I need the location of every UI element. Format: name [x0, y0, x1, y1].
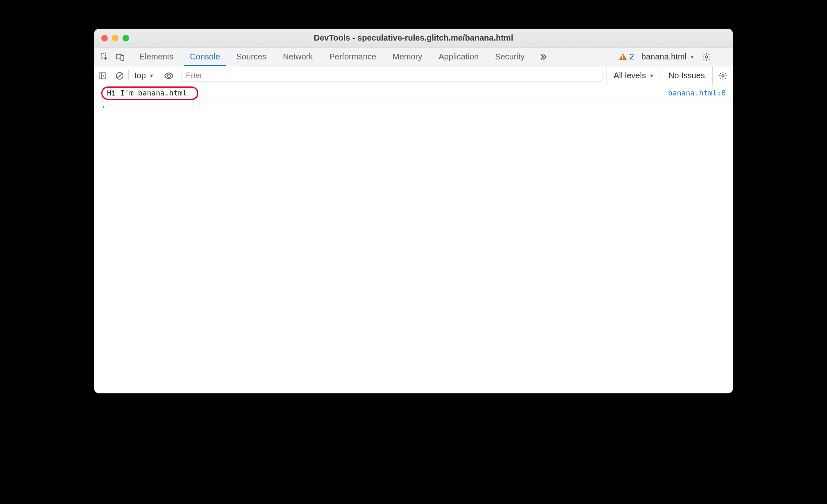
devtools-window: DevTools - speculative-rules.glitch.me/b… [94, 29, 733, 393]
context-selector[interactable]: top ▼ [129, 71, 160, 80]
console-toolbar: top ▼ All levels ▼ No Issues [94, 66, 733, 85]
tabstrip-right: 2 banana.html ▼ [613, 48, 733, 66]
target-label: banana.html [641, 52, 686, 61]
tab-sources[interactable]: Sources [228, 48, 275, 66]
filter-input[interactable] [182, 70, 603, 82]
chevron-down-icon: ▼ [690, 54, 695, 60]
panel-tabstrip: Elements Console Sources Network Perform… [94, 48, 733, 66]
minimize-window-button[interactable] [112, 35, 118, 41]
svg-point-6 [722, 57, 722, 58]
context-label: top [134, 71, 146, 80]
svg-rect-2 [121, 55, 124, 60]
close-window-button[interactable] [101, 35, 108, 41]
tab-application[interactable]: Application [430, 48, 487, 66]
tab-network[interactable]: Network [275, 48, 321, 66]
log-levels-selector[interactable]: All levels ▼ [607, 66, 661, 85]
log-source-link[interactable]: banana.html:8 [668, 89, 726, 97]
issues-label: No Issues [668, 71, 705, 80]
svg-point-4 [722, 56, 722, 56]
more-options-icon[interactable] [718, 52, 727, 61]
console-settings-icon[interactable] [712, 66, 733, 85]
inspect-controls [94, 48, 131, 66]
issues-button[interactable]: No Issues [661, 66, 712, 85]
svg-rect-7 [99, 73, 106, 79]
tab-memory[interactable]: Memory [384, 48, 430, 66]
levels-label: All levels [613, 71, 646, 80]
panel-tabs: Elements Console Sources Network Perform… [131, 48, 533, 66]
warnings-count: 2 [629, 52, 634, 61]
console-body: Hi I'm banana.html Hi I'm banana.html ba… [94, 85, 733, 393]
svg-point-11 [167, 74, 170, 77]
inspect-element-icon[interactable] [100, 52, 109, 62]
prompt-caret-icon: › [101, 102, 106, 111]
console-log-row: Hi I'm banana.html Hi I'm banana.html ba… [94, 85, 733, 100]
chevron-down-icon: ▼ [649, 73, 654, 79]
svg-point-12 [722, 75, 724, 77]
svg-point-3 [705, 56, 708, 58]
clear-console-icon[interactable] [111, 66, 128, 85]
live-expression-icon[interactable] [160, 66, 177, 85]
settings-icon[interactable] [702, 52, 711, 61]
tab-elements[interactable]: Elements [131, 48, 182, 66]
warnings-badge[interactable]: 2 [619, 52, 634, 61]
device-toolbar-icon[interactable] [115, 52, 125, 62]
titlebar: DevTools - speculative-rules.glitch.me/b… [94, 29, 733, 48]
window-title: DevTools - speculative-rules.glitch.me/b… [314, 33, 513, 43]
log-message: Hi I'm banana.html [107, 89, 187, 97]
console-prompt[interactable]: › [94, 100, 733, 114]
zoom-window-button[interactable] [123, 35, 129, 41]
toggle-sidebar-icon[interactable] [94, 66, 111, 85]
tab-console[interactable]: Console [182, 48, 228, 66]
chevron-down-icon: ▼ [149, 73, 154, 79]
svg-point-5 [722, 57, 722, 57]
svg-line-10 [118, 73, 122, 78]
more-tabs-button[interactable] [533, 48, 553, 66]
traffic-lights [101, 35, 129, 41]
tab-performance[interactable]: Performance [321, 48, 385, 66]
warning-icon [619, 53, 627, 60]
target-selector[interactable]: banana.html ▼ [641, 52, 695, 61]
tab-security[interactable]: Security [487, 48, 533, 66]
